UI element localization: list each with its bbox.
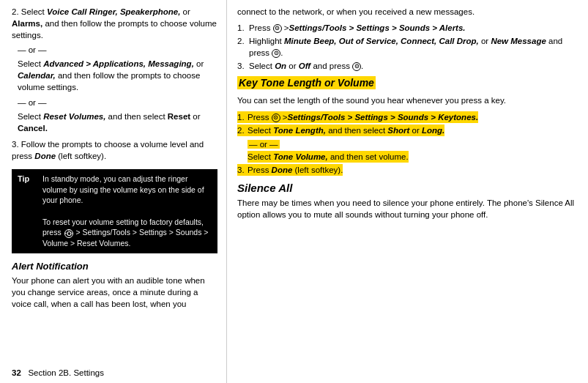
alert-step-1-text: Press ⊙ >Settings/Tools > Settings > Sou… — [249, 22, 466, 34]
right-intro: connect to the network, or when you rece… — [237, 6, 579, 18]
keytone-tone-volume: Select Tone Volume, and then set volume. — [237, 151, 579, 163]
step-2-text: Select Voice Call Ringer, Speakerphone, … — [12, 7, 217, 40]
keytone-step-1-num: 1. — [237, 111, 248, 123]
alert-step-2-text: Highlight Minute Beep, Out of Service, C… — [249, 35, 579, 59]
list-item-3: 3. Follow the prompts to choose a volume… — [12, 138, 217, 162]
keytone-tone-volume-text: Select Tone Volume, and then set volume. — [248, 151, 409, 163]
keytone-heading-container: Key Tone Length or Volume — [237, 76, 579, 92]
or-divider-1: — or — — [18, 45, 217, 54]
tip-content: In standby mode, you can adjust the ring… — [42, 174, 212, 249]
keytone-step-2: 2. Select Tone Length, and then select S… — [237, 124, 579, 136]
list-item-2b: Select Advanced > Applications, Messagin… — [18, 58, 217, 93]
silence-all-text: There may be times when you need to sile… — [237, 197, 579, 220]
list-item-2: 2. Select Voice Call Ringer, Speakerphon… — [12, 6, 217, 41]
step-3-number: 3. — [12, 140, 21, 149]
right-column: connect to the network, or when you rece… — [227, 0, 588, 383]
keytone-step-2-num: 2. — [237, 124, 248, 136]
keytone-step-3-num: 3. — [237, 164, 248, 176]
alert-step-3: 3. Select On or Off and press ⊙. — [237, 60, 579, 72]
step-2c-text: Select Reset Volumes, and then select Re… — [18, 112, 201, 133]
keytone-intro: You can set the length of the sound you … — [237, 94, 579, 106]
alert-step-2-num: 2. — [237, 35, 246, 59]
keytone-or-divider: — or — — [248, 140, 280, 149]
alert-step-1: 1. Press ⊙ >Settings/Tools > Settings > … — [237, 22, 579, 34]
step-2-number: 2. — [12, 7, 21, 16]
step-2b-text: Select Advanced > Applications, Messagin… — [18, 59, 204, 92]
alert-notification-heading: Alert Notification — [12, 261, 217, 272]
alert-steps-list: 1. Press ⊙ >Settings/Tools > Settings > … — [237, 22, 579, 72]
keytone-step-2-text: Select Tone Length, and then select Shor… — [248, 124, 444, 136]
alert-step-1-num: 1. — [237, 22, 246, 34]
keytone-heading: Key Tone Length or Volume — [237, 76, 376, 89]
page-footer: 32 Section 2B. Settings — [12, 368, 104, 377]
keytone-step-1-text: Press ⊙ >Settings/Tools > Settings > Sou… — [248, 111, 478, 123]
page-number: 32 — [12, 368, 21, 377]
alert-notification-text: Your phone can alert you with an audible… — [12, 275, 217, 310]
or-divider-2: — or — — [18, 98, 217, 107]
keytone-step-3: 3. Press Done (left softkey). — [237, 164, 579, 176]
tip-label: Tip — [18, 174, 38, 249]
alert-step-3-text: Select On or Off and press ⊙. — [249, 60, 363, 72]
left-column: 2. Select Voice Call Ringer, Speakerphon… — [0, 0, 227, 383]
keytone-steps: 1. Press ⊙ >Settings/Tools > Settings > … — [237, 111, 579, 176]
tip-line2: To reset your volume setting to factory … — [42, 217, 212, 249]
alert-step-3-num: 3. — [237, 60, 246, 72]
section-label: Section 2B. Settings — [28, 368, 104, 377]
silence-all-heading: Silence All — [237, 182, 579, 194]
step-3-text: Follow the prompts to choose a volume le… — [12, 140, 204, 160]
tip-box: Tip In standby mode, you can adjust the … — [12, 169, 217, 253]
alert-step-2: 2. Highlight Minute Beep, Out of Service… — [237, 35, 579, 59]
keytone-step-3-text: Press Done (left softkey). — [248, 164, 343, 176]
keytone-step-1: 1. Press ⊙ >Settings/Tools > Settings > … — [237, 111, 579, 123]
tip-line1: In standby mode, you can adjust the ring… — [42, 174, 212, 206]
list-item-2c: Select Reset Volumes, and then select Re… — [18, 111, 217, 134]
